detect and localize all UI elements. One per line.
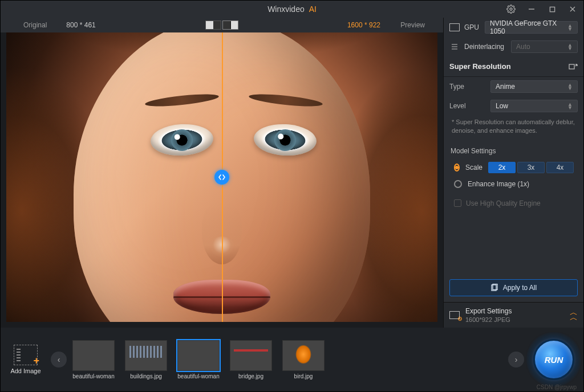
original-dimensions: 800 * 461 bbox=[66, 21, 95, 29]
thumbnails: beautiful-woman buildings.jpg beautiful-… bbox=[71, 340, 504, 379]
export-texts: Export Settings 1600*922 JPEG bbox=[465, 307, 564, 323]
thumbnail-caption: beautiful-woman bbox=[72, 373, 114, 379]
preview-label: Preview bbox=[400, 21, 425, 29]
window-controls bbox=[504, 1, 580, 18]
settings-panel: GPU NVIDIA GeForce GTX 1050 ▲▼ Deinterla… bbox=[443, 18, 583, 328]
sr-hint: * Super Resolution can automatically deb… bbox=[444, 116, 583, 141]
main-area: Original 800 * 461 1600 * 922 Preview bbox=[1, 18, 583, 328]
image-viewport bbox=[1, 32, 443, 328]
expand-icon[interactable] bbox=[569, 63, 578, 71]
scale-radio[interactable] bbox=[454, 164, 460, 172]
svg-point-0 bbox=[510, 8, 512, 10]
gpu-value: NVIDIA GeForce GTX 1050 bbox=[490, 19, 567, 35]
thumbnail-image bbox=[72, 340, 115, 371]
preview-pane: Original 800 * 461 1600 * 922 Preview bbox=[1, 18, 443, 328]
gpu-row: GPU NVIDIA GeForce GTX 1050 ▲▼ bbox=[444, 18, 583, 37]
compare-mode-split-right[interactable] bbox=[222, 21, 238, 30]
thumbnail-caption: beautiful-woman bbox=[177, 373, 219, 379]
close-button[interactable] bbox=[565, 2, 580, 17]
deinterlacing-label: Deinterlacing bbox=[464, 43, 504, 51]
gpu-icon bbox=[449, 23, 460, 31]
level-select[interactable]: Low ▲▼ bbox=[490, 100, 578, 112]
settings-icon[interactable] bbox=[504, 2, 518, 17]
deinterlacing-select[interactable]: Auto ▲▼ bbox=[511, 40, 578, 53]
scale-4x-button[interactable]: 4x bbox=[546, 162, 574, 173]
thumbnail-image bbox=[230, 340, 272, 371]
hq-label: Use High Quality Engine bbox=[466, 199, 541, 207]
thumbnail-image bbox=[177, 340, 220, 371]
gpu-select[interactable]: NVIDIA GeForce GTX 1050 ▲▼ bbox=[485, 21, 578, 34]
enhance-row: Enhance Image (1x) bbox=[444, 177, 583, 191]
export-title: Export Settings bbox=[465, 307, 564, 315]
new-dimensions: 1600 * 922 bbox=[347, 21, 380, 29]
caret-icon: ▲▼ bbox=[567, 43, 573, 50]
hq-checkbox[interactable] bbox=[454, 199, 461, 207]
thumbnail-caption: bird.jpg bbox=[294, 373, 313, 379]
level-value: Low bbox=[496, 102, 508, 110]
scale-buttons: 2x 3x 4x bbox=[488, 162, 574, 173]
thumbnail-item[interactable]: bridge.jpg bbox=[229, 340, 273, 379]
minimize-button[interactable] bbox=[524, 2, 539, 17]
titlebar: Winxvideo AI bbox=[1, 1, 583, 18]
thumbnail-caption: bridge.jpg bbox=[238, 373, 263, 379]
compare-slider-handle[interactable] bbox=[214, 170, 229, 185]
app-name: Winxvideo bbox=[267, 5, 305, 14]
caret-icon: ▲▼ bbox=[567, 103, 573, 109]
scale-2x-button[interactable]: 2x bbox=[488, 162, 516, 173]
apply-label: Apply to All bbox=[503, 284, 537, 292]
caret-icon: ▲▼ bbox=[567, 83, 573, 90]
thumbnail-item[interactable]: buildings.jpg bbox=[124, 340, 168, 379]
svg-rect-2 bbox=[550, 7, 554, 11]
enhance-label: Enhance Image (1x) bbox=[468, 180, 529, 188]
model-settings-title: Model Settings bbox=[444, 141, 583, 158]
run-ring bbox=[526, 332, 581, 387]
svg-rect-8 bbox=[569, 64, 574, 69]
thumbnail-caption: buildings.jpg bbox=[130, 373, 162, 379]
maximize-button[interactable] bbox=[545, 2, 559, 17]
type-label: Type bbox=[449, 83, 486, 91]
export-settings-row[interactable]: Export Settings 1600*922 JPEG ︿︿ bbox=[444, 302, 583, 328]
thumbnail-image bbox=[282, 340, 325, 371]
thumbnail-strip: Add Image ‹ beautiful-woman buildings.jp… bbox=[1, 328, 583, 391]
gpu-label: GPU bbox=[464, 23, 480, 31]
thumbs-prev-button[interactable]: ‹ bbox=[51, 352, 67, 368]
app-window: Winxvideo AI Original 800 * 461 bbox=[0, 0, 584, 392]
type-value: Anime bbox=[496, 83, 515, 91]
thumbnail-item[interactable]: beautiful-woman bbox=[71, 340, 116, 379]
thumbnail-item[interactable]: bird.jpg bbox=[281, 340, 326, 379]
add-image-button[interactable]: Add Image bbox=[5, 345, 46, 374]
chevron-up-icon: ︿︿ bbox=[570, 310, 578, 320]
add-image-icon bbox=[14, 345, 38, 365]
super-resolution-header: Super Resolution bbox=[444, 56, 583, 77]
compare-mode-toggle bbox=[205, 21, 238, 30]
run-wrapper: RUN bbox=[529, 328, 579, 391]
hq-row: Use High Quality Engine bbox=[444, 191, 583, 215]
export-icon bbox=[449, 311, 460, 319]
compare-header: Original 800 * 461 1600 * 922 Preview bbox=[1, 18, 443, 32]
level-label: Level bbox=[449, 102, 486, 110]
app-suffix: AI bbox=[309, 5, 317, 14]
type-select[interactable]: Anime ▲▼ bbox=[490, 80, 578, 93]
type-row: Type Anime ▲▼ bbox=[444, 77, 583, 96]
deinterlace-icon bbox=[449, 43, 460, 51]
thumbs-next-button[interactable]: › bbox=[508, 352, 524, 368]
scale-3x-button[interactable]: 3x bbox=[517, 162, 545, 173]
export-sub: 1600*922 JPEG bbox=[465, 316, 564, 323]
original-label: Original bbox=[23, 21, 47, 29]
image-canvas[interactable] bbox=[6, 32, 437, 322]
deinterlacing-value: Auto bbox=[516, 43, 530, 51]
scale-label: Scale bbox=[465, 164, 482, 172]
thumbnail-image bbox=[125, 340, 167, 371]
apply-to-all-button[interactable]: Apply to All bbox=[449, 279, 578, 296]
enhance-radio[interactable] bbox=[454, 180, 462, 188]
deinterlacing-row: Deinterlacing Auto ▲▼ bbox=[444, 37, 583, 56]
add-image-label: Add Image bbox=[10, 368, 40, 374]
level-row: Level Low ▲▼ bbox=[444, 96, 583, 116]
panel-spacer bbox=[444, 215, 583, 273]
thumbnail-item[interactable]: beautiful-woman bbox=[176, 340, 221, 379]
app-title: Winxvideo AI bbox=[267, 5, 317, 14]
apply-icon bbox=[490, 284, 498, 292]
compare-mode-split-left[interactable] bbox=[205, 21, 221, 30]
scale-row: Scale 2x 3x 4x bbox=[444, 158, 583, 177]
caret-icon: ▲▼ bbox=[567, 24, 573, 31]
